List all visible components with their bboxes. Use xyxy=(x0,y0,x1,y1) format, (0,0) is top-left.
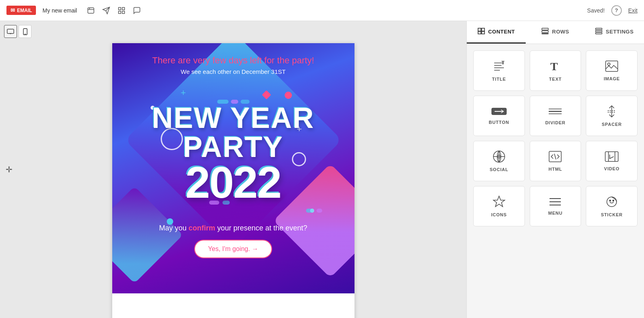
email-title: My new email xyxy=(42,7,77,14)
content-item-text[interactable]: T TEXT xyxy=(530,50,581,91)
grid-icon-btn[interactable] xyxy=(117,6,126,15)
confirm-text: May you confirm your presence at the eve… xyxy=(120,224,346,232)
right-panel: CONTENT ROWS SETTINGS xyxy=(466,21,644,318)
svg-rect-4 xyxy=(122,7,125,10)
button-label: BUTTON xyxy=(489,120,509,125)
content-item-html[interactable]: HTML xyxy=(530,141,581,181)
top-nav: ✉ EMAIL My new email Saved! ? Exit xyxy=(0,0,644,21)
sticker-label: STICKER xyxy=(601,212,623,217)
small-diamond-accent xyxy=(262,90,271,100)
main-layout: ✛ + + xyxy=(0,21,644,318)
dot-pink xyxy=(285,92,292,99)
chat-icon-btn[interactable] xyxy=(133,6,141,15)
mobile-view-btn[interactable] xyxy=(19,25,31,38)
svg-rect-19 xyxy=(596,28,602,29)
image-icon xyxy=(605,60,619,72)
sticker-icon xyxy=(605,195,618,208)
content-item-image[interactable]: IMAGE xyxy=(586,50,638,91)
party-subheader-white: We see each other on December 31ST xyxy=(181,68,286,75)
content-item-menu[interactable]: MENU xyxy=(530,186,581,226)
tab-content-label: CONTENT xyxy=(488,29,515,35)
rows-tab-icon xyxy=(541,28,549,36)
content-item-icons[interactable]: ICONS xyxy=(473,186,525,226)
contacts-icon-btn[interactable] xyxy=(87,6,95,15)
dash-pills-bottom-r xyxy=(306,209,322,213)
svg-rect-13 xyxy=(482,28,485,31)
divider-label: DIVIDER xyxy=(545,120,565,125)
email-badge[interactable]: ✉ EMAIL xyxy=(6,6,36,15)
spacer-label: SPACER xyxy=(602,122,622,127)
content-item-spacer[interactable]: SPACER xyxy=(586,96,638,136)
video-label: VIDEO xyxy=(604,166,619,171)
svg-point-52 xyxy=(613,200,614,201)
tab-content[interactable]: CONTENT xyxy=(467,21,526,44)
title-icon: T xyxy=(493,60,506,73)
content-tab-icon xyxy=(478,28,485,36)
svg-line-43 xyxy=(554,154,556,159)
tab-settings-label: SETTINGS xyxy=(606,29,634,35)
video-icon xyxy=(604,151,619,162)
bottom-cta-section: May you confirm your presence at the eve… xyxy=(120,224,346,258)
svg-rect-12 xyxy=(478,28,481,31)
image-label: IMAGE xyxy=(604,76,620,81)
svg-point-29 xyxy=(608,63,610,65)
icons-label: ICONS xyxy=(491,212,507,217)
plus-sign-left: + xyxy=(181,88,186,98)
canvas-area: ✛ + + xyxy=(0,21,466,318)
saved-status: Saved! xyxy=(587,7,605,14)
content-item-title[interactable]: T TITLE xyxy=(473,50,525,91)
icons-icon xyxy=(493,195,506,208)
content-item-divider[interactable]: DIVIDER xyxy=(530,96,581,136)
view-toggle xyxy=(4,25,31,38)
button-icon xyxy=(491,107,507,116)
svg-rect-21 xyxy=(596,32,602,34)
content-item-video[interactable]: VIDEO xyxy=(586,141,638,181)
svg-rect-14 xyxy=(478,31,481,33)
svg-point-51 xyxy=(610,200,611,201)
spacer-icon xyxy=(606,105,617,118)
svg-rect-44 xyxy=(605,152,618,161)
svg-rect-0 xyxy=(88,8,94,13)
settings-tab-icon xyxy=(595,28,602,36)
social-label: SOCIAL xyxy=(490,167,508,172)
menu-icon xyxy=(549,197,562,207)
tab-rows[interactable]: ROWS xyxy=(526,21,585,44)
svg-rect-18 xyxy=(542,33,548,34)
menu-label: MENU xyxy=(548,211,563,215)
send-icon-btn[interactable] xyxy=(102,6,110,15)
cta-button[interactable]: Yes, I'm going. → xyxy=(194,240,272,258)
svg-rect-6 xyxy=(122,11,125,13)
nav-right: Saved! ? Exit xyxy=(587,5,638,16)
content-item-sticker[interactable]: STICKER xyxy=(586,186,638,226)
svg-rect-17 xyxy=(542,31,548,32)
nav-icons xyxy=(87,6,141,15)
tab-rows-label: ROWS xyxy=(552,29,569,35)
party-header-pink: There are very few days left for the par… xyxy=(152,55,314,66)
help-button[interactable]: ? xyxy=(611,5,622,16)
ny-main-line1: NEW YEAR xyxy=(152,103,315,132)
title-label: TITLE xyxy=(492,77,506,82)
svg-rect-20 xyxy=(596,30,602,32)
ny-text-block: NEW YEAR PARTY 2022 xyxy=(152,103,315,204)
email-icon: ✉ xyxy=(10,7,15,13)
dot-white2 xyxy=(310,209,314,213)
email-badge-label: EMAIL xyxy=(17,8,32,13)
svg-rect-16 xyxy=(542,28,548,29)
social-icon xyxy=(493,150,506,163)
text-label: TEXT xyxy=(549,77,562,82)
desktop-view-btn[interactable] xyxy=(4,25,17,38)
html-icon xyxy=(548,151,562,163)
tab-settings[interactable]: SETTINGS xyxy=(585,21,644,44)
html-label: HTML xyxy=(549,167,562,172)
divider-icon xyxy=(548,107,562,116)
content-item-button[interactable]: BUTTON xyxy=(473,96,525,136)
svg-text:T: T xyxy=(550,60,558,73)
move-handle[interactable]: ✛ xyxy=(6,165,13,174)
svg-rect-5 xyxy=(118,11,121,13)
text-icon: T xyxy=(549,60,562,73)
panel-content-grid: T TITLE T TEXT xyxy=(467,44,644,318)
content-item-social[interactable]: SOCIAL xyxy=(473,141,525,181)
exit-link[interactable]: Exit xyxy=(628,7,638,14)
svg-rect-7 xyxy=(7,29,14,33)
svg-rect-15 xyxy=(482,31,485,33)
